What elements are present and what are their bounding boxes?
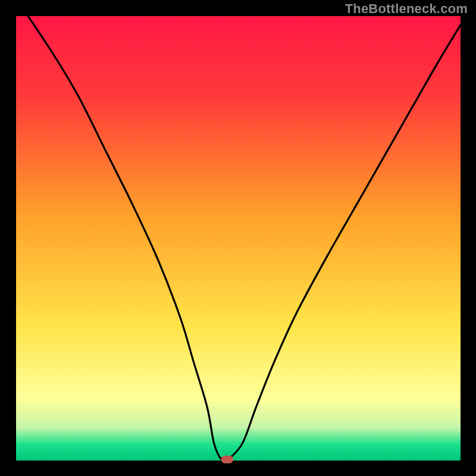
bottleneck-marker	[221, 456, 233, 464]
bottleneck-chart	[0, 0, 476, 476]
gradient-background	[16, 16, 461, 461]
chart-frame: { "watermark": "TheBottleneck.com", "col…	[0, 0, 476, 476]
